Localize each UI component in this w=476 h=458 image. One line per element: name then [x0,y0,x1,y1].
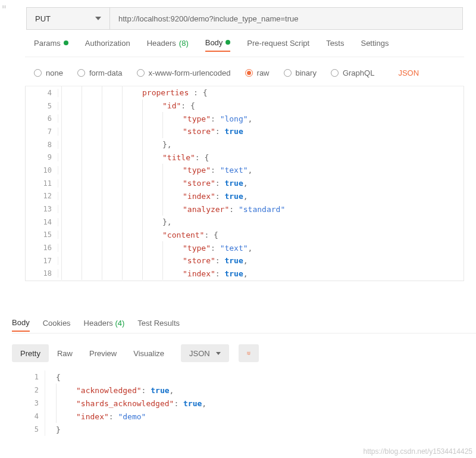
code-line[interactable]: 4properties : { [26,86,464,99]
chevron-down-icon [216,352,221,355]
tab-headers[interactable]: Headers (8) [147,39,189,51]
visualize-button[interactable]: Visualize [125,344,173,362]
radio-binary[interactable]: binary [284,68,317,77]
line-number: 3 [12,399,45,407]
window-edge-hint: II [0,0,13,20]
line-number: 14 [26,218,58,226]
resp-format-select[interactable]: JSON [181,344,229,362]
body-format-select[interactable]: JSON [398,68,419,77]
line-number: 18 [26,269,58,278]
request-bar: PUT [26,7,463,30]
response-panel: Body Cookies Headers (4) Test Results Pr… [12,316,476,436]
code-line[interactable]: 5"id": { [26,99,464,113]
radio-form-data[interactable]: form-data [77,68,123,77]
code-line[interactable]: 3"shards_acknowledged": true, [12,397,476,410]
radio-icon [137,69,145,77]
toggle-wrap-button[interactable] [239,344,259,362]
resp-tab-headers[interactable]: Headers (4) [84,319,125,331]
line-number: 7 [26,127,58,136]
resp-tab-cookies[interactable]: Cookies [43,319,71,331]
code-line[interactable]: 16"type": "text", [26,241,464,254]
tab-tests[interactable]: Tests [326,39,344,51]
code-line[interactable]: 12"index": true, [26,190,464,203]
wrap-text-icon [247,349,250,357]
code-line[interactable]: 13"analyzer": "standard" [26,202,464,216]
line-number: 5 [12,425,45,434]
line-number: 5 [26,102,58,110]
code-line[interactable]: 17"store": true, [26,254,464,267]
line-number: 1 [12,373,45,381]
line-number: 17 [26,257,58,265]
tab-body[interactable]: Body [205,38,231,52]
divider [25,57,464,57]
line-number: 15 [26,230,58,239]
body-type-row: none form-data x-www-form-urlencoded raw… [34,66,476,80]
request-body-editor[interactable]: 4properties : {5"id": {6"type": "long",7… [25,86,464,281]
tab-params[interactable]: Params [34,39,68,51]
code-line[interactable]: 1{ [12,370,476,384]
watermark: https://blog.csdn.net/y1534414425 [364,447,472,456]
line-number: 13 [26,205,58,213]
code-line[interactable]: 4"index": "demo" [12,410,476,423]
line-number: 16 [26,244,58,252]
code-line[interactable]: 7"store": true [26,125,464,138]
radio-none[interactable]: none [34,68,63,77]
request-tabs: Params Authorization Headers (8) Body Pr… [34,36,476,54]
line-number: 12 [26,192,58,200]
line-number: 4 [12,412,45,420]
divider [12,333,476,334]
tab-authorization[interactable]: Authorization [85,39,130,51]
response-body-editor[interactable]: 1{2"acknowledged": true,3"shards_acknowl… [12,370,476,436]
code-line[interactable]: 11"store": true, [26,177,464,190]
response-controls: Pretty Raw Preview Visualize JSON [12,344,476,362]
http-method-select[interactable]: PUT [27,8,110,29]
code-line[interactable]: 18"index": true, [26,267,464,281]
radio-icon [284,69,292,77]
line-number: 8 [26,141,58,149]
code-line[interactable]: 10"type": "text", [26,164,464,177]
pretty-button[interactable]: Pretty [12,344,49,362]
status-dot-icon [64,40,68,45]
line-number: 2 [12,386,45,394]
resp-tab-test-results[interactable]: Test Results [137,319,180,331]
tab-settings[interactable]: Settings [361,39,389,51]
code-line[interactable]: 8}, [26,138,464,151]
radio-icon [331,69,339,77]
code-line[interactable]: 14}, [26,216,464,229]
code-line[interactable]: 15"content": { [26,229,464,242]
preview-button[interactable]: Preview [81,344,125,362]
url-input[interactable] [110,8,462,29]
http-method-label: PUT [35,14,51,23]
raw-button[interactable]: Raw [49,344,81,362]
code-line[interactable]: 2"acknowledged": true, [12,384,476,397]
radio-icon [245,69,253,77]
code-line[interactable]: 5} [12,423,476,436]
code-line[interactable]: 6"type": "long", [26,112,464,125]
chevron-down-icon [95,17,101,20]
radio-raw[interactable]: raw [245,68,270,77]
line-number: 10 [26,166,58,175]
radio-icon [77,69,85,77]
tab-prerequest[interactable]: Pre-request Script [247,39,309,51]
radio-icon [34,69,42,77]
radio-graphql[interactable]: GraphQL [331,68,374,77]
line-number: 6 [26,114,58,123]
code-line[interactable]: 9"title": { [26,151,464,164]
line-number: 4 [26,89,58,97]
line-number: 9 [26,153,58,161]
line-number: 11 [26,179,58,188]
resp-tab-body[interactable]: Body [12,318,30,332]
radio-x-www-form-urlencoded[interactable]: x-www-form-urlencoded [137,68,231,77]
status-dot-icon [226,40,230,45]
response-tabs: Body Cookies Headers (4) Test Results [12,316,476,333]
